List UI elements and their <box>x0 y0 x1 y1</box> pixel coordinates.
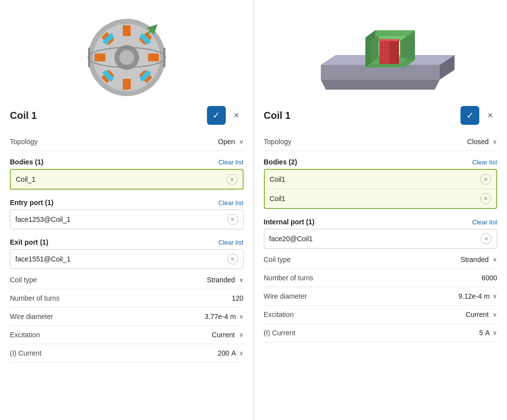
current-unit-chevron-icon: ∨ <box>493 329 497 336</box>
panel2-wire-diameter-row: Wire diameter 9.12e-4 m ∨ <box>264 287 498 306</box>
wire-diameter-unit: m <box>230 313 236 320</box>
remove-icon: × <box>230 175 234 183</box>
check-icon: ✓ <box>212 110 220 121</box>
current-value: 200 <box>218 349 229 357</box>
coil-type-value: Stranded <box>460 256 489 263</box>
panel2-close-button[interactable]: × <box>483 108 497 122</box>
internal-port-label: Internal port (1) <box>264 218 315 226</box>
topology-dropdown[interactable]: Closed ∨ <box>467 138 497 146</box>
excitation-chevron-icon: ∨ <box>239 331 244 338</box>
panel1-confirm-button[interactable]: ✓ <box>207 106 226 125</box>
panel1-coil-type-row: Coil type Stranded ∨ <box>10 271 244 289</box>
remove-icon: × <box>230 255 234 263</box>
internal-port-clear-list-button[interactable]: Clear list <box>472 218 497 226</box>
excitation-label: Excitation <box>10 331 40 339</box>
check-icon: ✓ <box>466 110 474 121</box>
coil-type-label: Coil type <box>10 276 37 284</box>
panel-left: Coil 1 ✓ × Topology Open ∨ Bodies (1) Cl… <box>0 0 254 420</box>
current-value: 5 <box>479 329 483 337</box>
wire-diameter-unit-chevron-icon: ∨ <box>239 313 244 320</box>
body-item: Coil_1 × <box>11 170 243 189</box>
topology-value: Closed <box>467 138 489 146</box>
panel2-body-list: Coil1 × Coil1 × <box>264 169 498 209</box>
entry-port-clear-list-button[interactable]: Clear list <box>218 199 244 207</box>
panel2-bodies-clear-list-button[interactable]: Clear list <box>472 158 497 166</box>
coil-type-label: Coil type <box>264 256 291 263</box>
panel2-title: Coil 1 <box>264 110 291 121</box>
exit-port-clear-list-button[interactable]: Clear list <box>218 239 244 246</box>
body-item-name: Coil_1 <box>16 175 36 183</box>
panel1-header: Coil 1 ✓ × <box>10 106 244 125</box>
svg-rect-13 <box>88 48 90 67</box>
body-item-1-remove-button[interactable]: × <box>480 174 491 185</box>
coil-type-value: Stranded <box>207 276 235 284</box>
remove-icon: × <box>230 215 234 223</box>
svg-marker-30 <box>379 41 399 64</box>
panel1-title: Coil 1 <box>10 110 37 121</box>
body-item-2-remove-button[interactable]: × <box>480 193 491 204</box>
wire-diameter-unit-chevron-icon: ∨ <box>493 293 497 300</box>
wire-diameter-value: 3.77e-4 <box>204 313 228 320</box>
panel1-wire-diameter-row: Wire diameter 3.77e-4 m ∨ <box>10 308 244 326</box>
current-unit-dropdown[interactable]: A ∨ <box>485 329 497 337</box>
wire-diameter-unit: m <box>484 292 490 300</box>
panel1-actions: ✓ × <box>207 106 244 125</box>
wire-diameter-value-group: 9.12e-4 m ∨ <box>458 292 497 300</box>
svg-rect-4 <box>148 53 159 61</box>
internal-port-remove-button[interactable]: × <box>481 233 492 244</box>
close-icon: × <box>488 110 493 121</box>
topology-chevron-icon: ∨ <box>239 138 244 145</box>
panel2-confirm-button[interactable]: ✓ <box>460 106 479 125</box>
panel1-close-button[interactable]: × <box>230 108 244 122</box>
body-item-remove-button[interactable]: × <box>227 174 238 185</box>
panel1-excitation-row: Excitation Current ∨ <box>10 326 244 344</box>
excitation-dropdown[interactable]: Current ∨ <box>212 331 244 339</box>
entry-port-input: face1253@Coil_1 × <box>10 210 244 229</box>
panel2-internal-port-header: Internal port (1) Clear list <box>264 218 498 226</box>
model-preview-left <box>10 8 244 102</box>
panel1-entry-port-header: Entry port (1) Clear list <box>10 199 244 207</box>
panel2-turns-row: Number of turns 6000 <box>264 269 498 287</box>
body-item-2: Coil1 × <box>265 189 497 208</box>
coil-type-dropdown[interactable]: Stranded ∨ <box>207 276 244 284</box>
current-unit: A <box>485 329 490 337</box>
excitation-value: Current <box>212 331 235 339</box>
motor-3d-icon <box>77 13 176 97</box>
entry-port-remove-button[interactable]: × <box>227 214 238 225</box>
bodies-clear-list-button[interactable]: Clear list <box>218 158 244 166</box>
panel2-bodies-header: Bodies (2) Clear list <box>264 158 498 166</box>
excitation-label: Excitation <box>264 311 294 318</box>
wire-diameter-unit-dropdown[interactable]: m ∨ <box>484 292 497 300</box>
coil-type-dropdown[interactable]: Stranded ∨ <box>460 256 497 263</box>
wire-diameter-value: 9.12e-4 <box>458 292 482 300</box>
panel-right: Coil 1 ✓ × Topology Closed ∨ Bodies (2) … <box>254 0 507 420</box>
coil-type-chevron-icon: ∨ <box>493 256 497 263</box>
panel1-turns-row: Number of turns 120 <box>10 289 244 308</box>
remove-icon: × <box>484 235 488 243</box>
remove-icon: × <box>484 175 488 183</box>
excitation-dropdown[interactable]: Current ∨ <box>465 311 497 318</box>
topology-chevron-icon: ∨ <box>493 138 497 145</box>
svg-rect-6 <box>123 79 131 90</box>
entry-port-label: Entry port (1) <box>10 199 53 207</box>
wire-diameter-value-group: 3.77e-4 m ∨ <box>204 313 243 320</box>
panel1-bodies-header: Bodies (1) Clear list <box>10 158 244 166</box>
svg-rect-8 <box>95 53 105 61</box>
panel1-exit-port-header: Exit port (1) Clear list <box>10 238 244 246</box>
svg-rect-2 <box>123 25 131 36</box>
current-value-group: 5 A ∨ <box>479 329 497 337</box>
topology-value: Open <box>218 138 235 146</box>
topology-dropdown[interactable]: Open ∨ <box>218 138 243 146</box>
wire-diameter-unit-dropdown[interactable]: m ∨ <box>230 313 244 320</box>
panel1-current-row: (I) Current 200 A ∨ <box>10 344 244 363</box>
svg-marker-15 <box>321 80 440 90</box>
exit-port-input: face1551@Coil_1 × <box>10 249 244 269</box>
current-unit-dropdown[interactable]: A ∨ <box>231 349 243 357</box>
panel2-current-row: (I) Current 5 A ∨ <box>264 324 498 342</box>
panel2-excitation-row: Excitation Current ∨ <box>264 306 498 324</box>
entry-port-value: face1253@Coil_1 <box>15 215 71 223</box>
internal-port-value: face20@Coil1 <box>269 235 313 243</box>
panel2-header: Coil 1 ✓ × <box>264 106 498 125</box>
exit-port-remove-button[interactable]: × <box>227 254 238 264</box>
wire-diameter-label: Wire diameter <box>10 313 53 320</box>
